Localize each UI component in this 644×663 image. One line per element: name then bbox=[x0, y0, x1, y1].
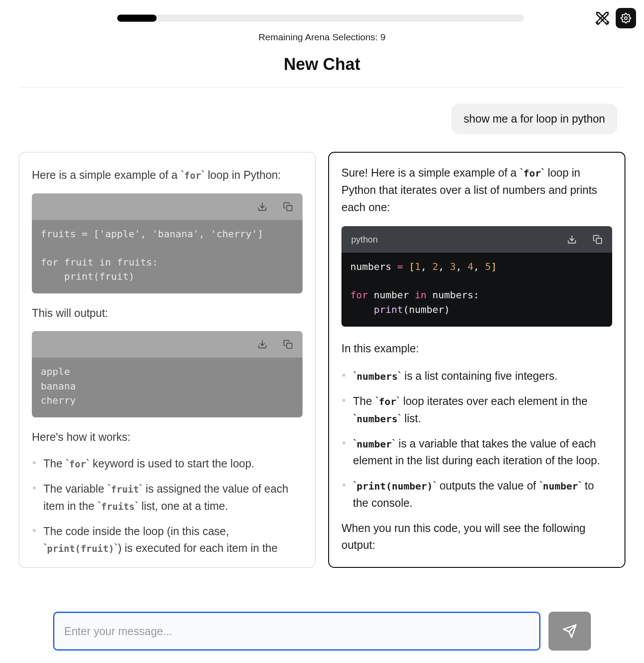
text: loop in Python: bbox=[205, 169, 281, 181]
code-content: fruits = ['apple', 'banana', 'cherry'] f… bbox=[32, 220, 303, 293]
battle-icon[interactable] bbox=[594, 9, 611, 27]
list-item: The variable `fruit` is assigned the val… bbox=[43, 480, 303, 515]
svg-rect-2 bbox=[287, 205, 292, 211]
progress-fill bbox=[117, 15, 157, 22]
download-icon[interactable] bbox=[257, 339, 267, 349]
svg-rect-6 bbox=[596, 239, 602, 244]
code-language: python bbox=[351, 235, 378, 245]
code-toolbar bbox=[32, 331, 303, 358]
code-block: fruits = ['apple', 'banana', 'cherry'] f… bbox=[32, 193, 303, 293]
message-input[interactable] bbox=[53, 612, 540, 651]
list-item: `numbers` is a list containing five inte… bbox=[353, 367, 612, 385]
top-area: Remaining Arena Selections: 9 New Chat bbox=[0, 0, 644, 88]
code-block: python numbers = [1, 2, 3, 4, 5] for num… bbox=[341, 226, 612, 326]
code-content: apple banana cherry bbox=[32, 358, 303, 417]
code-block: apple banana cherry bbox=[32, 331, 303, 417]
user-message: show me a for loop in python bbox=[451, 104, 617, 134]
right-example-label: In this example: bbox=[341, 340, 612, 357]
list-item: `number` is a variable that takes the va… bbox=[353, 435, 612, 470]
list-item: The code inside the loop (in this case, … bbox=[43, 523, 303, 557]
send-icon bbox=[562, 624, 577, 639]
text: Here is a simple example of a bbox=[32, 169, 180, 181]
svg-point-0 bbox=[625, 17, 627, 19]
download-icon[interactable] bbox=[567, 235, 577, 244]
inline-code: for bbox=[184, 170, 201, 181]
send-button[interactable] bbox=[548, 612, 591, 651]
code-toolbar: python bbox=[341, 226, 612, 253]
copy-icon[interactable] bbox=[283, 202, 293, 212]
download-icon[interactable] bbox=[257, 202, 267, 212]
list-item: The `for` loop iterates over each elemen… bbox=[353, 393, 612, 427]
svg-rect-4 bbox=[287, 343, 292, 349]
app-root: Remaining Arena Selections: 9 New Chat s… bbox=[0, 0, 644, 663]
left-bullets: The `for` keyword is used to start the l… bbox=[32, 455, 303, 557]
left-intro: Here is a simple example of a `for` loop… bbox=[32, 167, 303, 184]
left-how-label: Here's how it works: bbox=[32, 429, 303, 446]
right-outro: When you run this code, you will see the… bbox=[341, 520, 612, 554]
response-panel-left[interactable]: Here is a simple example of a `for` loop… bbox=[19, 152, 316, 568]
copy-icon[interactable] bbox=[283, 339, 293, 349]
response-panel-right[interactable]: Sure! Here is a simple example of a `for… bbox=[328, 152, 625, 568]
progress-row bbox=[0, 8, 644, 28]
gear-icon bbox=[621, 13, 631, 23]
right-bullets: `numbers` is a list containing five inte… bbox=[341, 367, 612, 511]
right-intro: Sure! Here is a simple example of a `for… bbox=[341, 164, 612, 216]
user-message-row: show me a for loop in python bbox=[0, 88, 644, 134]
left-output-label: This will output: bbox=[32, 305, 303, 322]
settings-button[interactable] bbox=[616, 8, 636, 28]
code-content: numbers = [1, 2, 3, 4, 5] for number in … bbox=[341, 253, 612, 326]
page-title: New Chat bbox=[0, 55, 644, 74]
copy-icon[interactable] bbox=[593, 235, 602, 244]
list-item: `print(number)` outputs the value of `nu… bbox=[353, 477, 612, 512]
remaining-selections: Remaining Arena Selections: 9 bbox=[0, 32, 644, 42]
list-item: The `for` keyword is used to start the l… bbox=[43, 455, 303, 472]
progress-bar bbox=[117, 15, 524, 22]
input-row bbox=[0, 612, 644, 651]
code-toolbar bbox=[32, 193, 303, 220]
responses-container: Here is a simple example of a `for` loop… bbox=[0, 134, 644, 568]
